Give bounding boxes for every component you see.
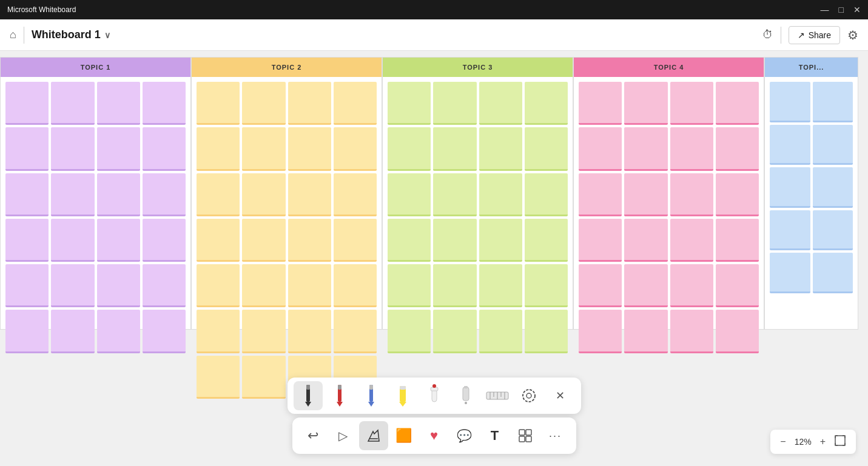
sticky-note[interactable]: [716, 264, 759, 307]
sticky-note[interactable]: [5, 310, 49, 353]
canvas-area[interactable]: TOPIC 1: [0, 51, 868, 466]
sticky-note[interactable]: [197, 173, 240, 216]
sticky-note[interactable]: [813, 210, 853, 251]
sticky-note[interactable]: [51, 219, 94, 262]
reaction-button[interactable]: ♥: [420, 421, 449, 450]
lasso-button[interactable]: [514, 381, 543, 410]
sticky-note[interactable]: [670, 82, 713, 125]
sticky-note[interactable]: [624, 264, 667, 307]
sticky-note[interactable]: [579, 264, 622, 307]
sticky-note[interactable]: [388, 82, 431, 125]
home-button[interactable]: ⌂: [10, 28, 16, 41]
sticky-note[interactable]: [716, 82, 759, 125]
sticky-note[interactable]: [433, 310, 476, 353]
sticky-note[interactable]: [242, 310, 285, 353]
sticky-note[interactable]: [525, 82, 568, 125]
sticky-note[interactable]: [579, 127, 622, 170]
ruler-button[interactable]: [483, 381, 512, 410]
sticky-note[interactable]: [525, 173, 568, 216]
share-button[interactable]: ↗ Share: [789, 26, 840, 44]
sticky-note[interactable]: [97, 219, 140, 262]
sticky-note[interactable]: [624, 219, 667, 262]
sticky-note[interactable]: [433, 173, 476, 216]
sticky-note[interactable]: [334, 127, 377, 170]
sticky-note[interactable]: [770, 82, 810, 122]
sticky-note[interactable]: [51, 173, 94, 216]
sticky-note[interactable]: [624, 310, 667, 353]
sticky-note[interactable]: [525, 310, 568, 353]
sticky-note[interactable]: [5, 219, 49, 262]
sticky-note[interactable]: [5, 127, 49, 170]
sticky-note[interactable]: [388, 127, 431, 170]
sticky-note[interactable]: [242, 127, 285, 170]
maximize-button[interactable]: □: [839, 5, 844, 15]
sticky-note[interactable]: [479, 264, 522, 307]
sticky-note[interactable]: [334, 264, 377, 307]
sticky-note[interactable]: [51, 264, 94, 307]
sticky-note[interactable]: [813, 125, 853, 165]
sticky-note[interactable]: [242, 356, 285, 399]
sticky-note[interactable]: [334, 82, 377, 125]
settings-icon[interactable]: ⚙: [847, 28, 858, 42]
minimize-button[interactable]: —: [821, 5, 829, 15]
sticky-note[interactable]: [433, 264, 476, 307]
zoom-fit-button[interactable]: [832, 433, 849, 450]
sticky-note[interactable]: [579, 219, 622, 262]
sticky-note[interactable]: [525, 219, 568, 262]
sticky-note[interactable]: [770, 125, 810, 165]
sticky-note[interactable]: [143, 173, 186, 216]
sticky-note[interactable]: [51, 82, 94, 125]
sticky-note[interactable]: [51, 310, 94, 353]
sticky-note[interactable]: [51, 127, 94, 170]
sticky-note[interactable]: [579, 82, 622, 125]
sticky-note[interactable]: [716, 173, 759, 216]
sticky-note[interactable]: [197, 127, 240, 170]
sticky-note[interactable]: [288, 127, 331, 170]
pen-tool-button[interactable]: [294, 381, 323, 410]
sticky-note[interactable]: [770, 167, 810, 208]
sticky-note[interactable]: [433, 219, 476, 262]
sticky-note[interactable]: [197, 82, 240, 125]
sticky-note[interactable]: [716, 310, 759, 353]
sticky-note[interactable]: [143, 127, 186, 170]
sticky-note[interactable]: [479, 127, 522, 170]
sticky-note[interactable]: [143, 264, 186, 307]
sticky-note[interactable]: [97, 264, 140, 307]
spray-button[interactable]: [451, 381, 480, 410]
sticky-note[interactable]: [288, 310, 331, 353]
zoom-out-button[interactable]: −: [778, 435, 788, 448]
sticky-note[interactable]: [288, 173, 331, 216]
sticky-note[interactable]: [97, 127, 140, 170]
sticky-note[interactable]: [670, 264, 713, 307]
sticky-note[interactable]: [433, 82, 476, 125]
sticky-note[interactable]: [433, 127, 476, 170]
ink-tool-button[interactable]: [359, 421, 388, 450]
sticky-note[interactable]: [97, 310, 140, 353]
sticky-note[interactable]: [670, 173, 713, 216]
sticky-note[interactable]: [624, 173, 667, 216]
sticky-note[interactable]: [479, 310, 522, 353]
more-button[interactable]: ···: [541, 421, 570, 450]
sticky-note[interactable]: [242, 219, 285, 262]
highlighter-button[interactable]: [388, 381, 417, 410]
sticky-note[interactable]: [197, 219, 240, 262]
sticky-note[interactable]: [670, 310, 713, 353]
comment-button[interactable]: 💬: [450, 421, 479, 450]
sticky-note[interactable]: [288, 82, 331, 125]
sticky-note[interactable]: [479, 173, 522, 216]
template-button[interactable]: [511, 421, 540, 450]
sticky-note[interactable]: [143, 82, 186, 125]
sticky-note[interactable]: [388, 219, 431, 262]
board-title[interactable]: Whiteboard 1 ∨: [32, 28, 110, 41]
sticky-note[interactable]: [525, 264, 568, 307]
sticky-note[interactable]: [770, 253, 810, 293]
sticky-note[interactable]: [97, 173, 140, 216]
select-tool-button[interactable]: ▷: [329, 421, 358, 450]
sticky-note[interactable]: [242, 82, 285, 125]
sticky-note[interactable]: [624, 127, 667, 170]
sticky-note[interactable]: [143, 310, 186, 353]
sticky-note[interactable]: [242, 173, 285, 216]
sticky-note[interactable]: [579, 310, 622, 353]
sticky-note[interactable]: [143, 219, 186, 262]
red-pen-button[interactable]: [325, 381, 354, 410]
